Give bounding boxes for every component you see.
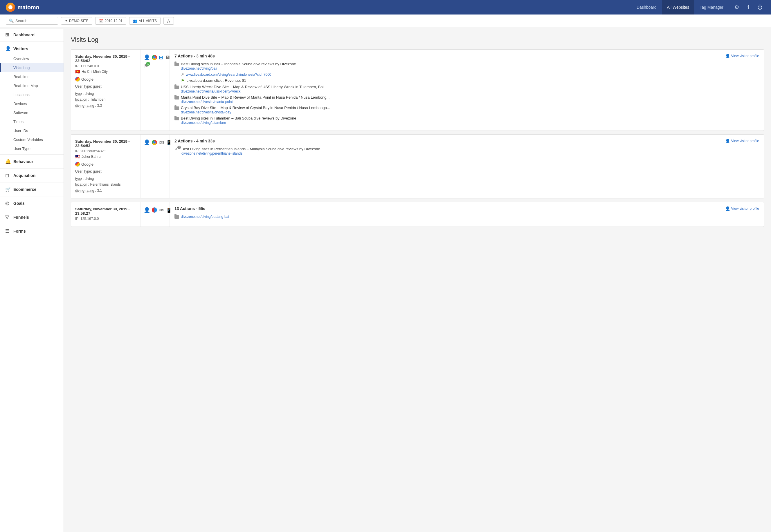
referrer-name: Google xyxy=(81,77,93,82)
settings-icon[interactable]: ⚙ xyxy=(732,2,742,12)
sidebar-section-ecommerce[interactable]: 🛒 Ecommerce xyxy=(0,184,64,195)
custom-var-rating[interactable]: diving-rating xyxy=(75,189,94,193)
sidebar-item-custom-vars[interactable]: Custom Variables xyxy=(0,135,64,144)
action-title: Crystal Bay Dive Site – Map & Review of … xyxy=(181,106,759,110)
chrome-icon xyxy=(152,55,157,60)
sidebar-item-locations[interactable]: Locations xyxy=(0,90,64,99)
action-url[interactable]: divezone.net/diving/perenthians-islands xyxy=(181,151,242,155)
site-selector[interactable]: ▼ DEMO-SITE xyxy=(61,17,92,25)
sidebar-item-user-type[interactable]: User Type xyxy=(0,144,64,153)
custom-var-type[interactable]: type xyxy=(75,92,82,96)
action-text: Best Diving sites in Tulamben – Bali Scu… xyxy=(181,116,759,125)
sidebar-item-software[interactable]: Software xyxy=(0,108,64,117)
usertype-value: guest xyxy=(93,169,101,173)
funnels-icon: ▽ xyxy=(5,214,10,220)
date-selector[interactable]: 📅 2019-12-01 xyxy=(95,17,126,25)
action-url[interactable]: divezone.net/divesite/crystal-bay xyxy=(181,110,231,114)
visit-ip: IP: 171.248.0.0 xyxy=(75,64,136,68)
visit-actions: 2 Actions - 4 min 33s 👤 View visitor pro… xyxy=(170,135,764,198)
ios-label: iOS xyxy=(159,208,164,212)
site-label: DEMO-SITE xyxy=(69,19,88,23)
action-url[interactable]: divezone.net/divesite/uss-liberty-wreck xyxy=(181,89,240,93)
view-profile-label: View visitor profile xyxy=(731,54,759,58)
custom-var-location[interactable]: location xyxy=(75,97,87,102)
visits-filter[interactable]: 👥 ALL VISITS xyxy=(129,17,160,25)
action-item: Manta Point Dive Site – Map & Review of … xyxy=(174,95,759,104)
action-text: Best Diving sites in Perhentian Islands … xyxy=(181,147,759,155)
action-text: USS Liberty Wreck Dive Site – Map & Revi… xyxy=(181,85,759,93)
topnav-icons: ⚙ ℹ ⏻ xyxy=(732,2,765,12)
sidebar-section-dashboard[interactable]: ⊞ Dashboard xyxy=(0,29,64,40)
referrer-name: Google xyxy=(81,162,93,167)
sidebar-item-overview[interactable]: Overview xyxy=(0,54,64,63)
sidebar-section-visitors[interactable]: 👤 Visitors xyxy=(0,43,64,54)
main-content: Visits Log Saturday, November 30, 2019 -… xyxy=(64,29,771,237)
action-url[interactable]: divezone.net/divesite/manta-point xyxy=(181,100,233,104)
reload-badge: 2 xyxy=(177,146,181,149)
behaviour-label: Behaviour xyxy=(13,159,33,164)
logout-icon[interactable]: ⏻ xyxy=(755,2,765,12)
sidebar-section-funnels[interactable]: ▽ Funnels xyxy=(0,211,64,223)
nav-dashboard[interactable]: Dashboard xyxy=(631,0,662,15)
sidebar-item-visits-log[interactable]: Visits Log xyxy=(0,63,64,72)
action-url[interactable]: www.liveaboard.com/diving/search/indones… xyxy=(186,73,271,77)
folder-icon xyxy=(174,86,179,89)
visit-referrer: Google xyxy=(75,77,136,82)
profile-icon: 👤 xyxy=(725,54,730,58)
view-visitor-profile-link[interactable]: 👤 View visitor profile xyxy=(725,206,759,211)
browser-os-row: 👤 ⊞ 🖥 xyxy=(144,54,170,61)
folder-icon xyxy=(174,63,179,66)
action-url[interactable]: divezone.net/diving/padang-bai xyxy=(181,215,229,219)
visit-icons: 👤 iOS 📱 xyxy=(141,135,170,198)
goal-title: Liveaboard.com click xyxy=(186,78,221,83)
sidebar-section-acquisition[interactable]: ◻ Acquisition xyxy=(0,170,64,181)
view-visitor-profile-link[interactable]: 👤 View visitor profile xyxy=(725,139,759,143)
browser-os-row: 👤 iOS 📱 xyxy=(144,139,172,146)
sidebar-item-realtime-map[interactable]: Real-time Map xyxy=(0,81,64,90)
sidebar-item-realtime[interactable]: Real-time xyxy=(0,72,64,81)
action-item-goal: ⚑ Liveaboard.com click , Revenue: $1 xyxy=(181,78,759,83)
visit-card: Saturday, November 30, 2019 - 23:56:02 I… xyxy=(71,49,764,131)
date-label: 2019-12-01 xyxy=(105,19,122,23)
actions-summary: 7 Actions - 3 min 48s xyxy=(174,54,215,58)
action-url[interactable]: divezone.net/diving/tulamben xyxy=(181,121,226,125)
nav-all-websites[interactable]: All Websites xyxy=(662,0,695,15)
sidebar-section-goals[interactable]: ◎ Goals xyxy=(0,198,64,209)
actions-header: 2 Actions - 4 min 33s 👤 View visitor pro… xyxy=(174,139,759,143)
logo[interactable]: matomo xyxy=(6,3,39,12)
visit-location: 🇻🇳 Ho Chi Minh City xyxy=(75,69,136,74)
view-visitor-profile-link[interactable]: 👤 View visitor profile xyxy=(725,54,759,58)
action-text: Best Diving sites in Bali – Indonesia Sc… xyxy=(181,62,759,70)
layout: ⊞ Dashboard 👤 Visitors Overview Visits L… xyxy=(0,29,771,237)
action-item: ↗ www.liveaboard.com/diving/search/indon… xyxy=(181,72,759,77)
acquisition-label: Acquisition xyxy=(13,173,35,178)
campaign-flag: ⚑ 1 xyxy=(144,63,148,69)
info-icon[interactable]: ℹ xyxy=(743,2,754,12)
goals-label: Goals xyxy=(13,201,25,206)
visitor-icon: 👤 xyxy=(144,139,150,146)
ecommerce-label: Ecommerce xyxy=(13,187,36,192)
sidebar-item-devices[interactable]: Devices xyxy=(0,99,64,108)
sidebar-section-behaviour[interactable]: 🔔 Behaviour xyxy=(0,156,64,167)
collapse-btn[interactable]: ⋀ xyxy=(163,17,174,25)
toolbar: 🔍 ▼ DEMO-SITE 📅 2019-12-01 👥 ALL VISITS … xyxy=(0,15,771,27)
nav-tag-manager[interactable]: Tag Manager xyxy=(694,0,729,15)
sidebar-item-userids[interactable]: User IDs xyxy=(0,126,64,135)
visits-label: ALL VISITS xyxy=(139,19,157,23)
goals-icon: ◎ xyxy=(5,200,10,206)
sidebar-section-forms[interactable]: ☰ Forms xyxy=(0,225,64,237)
campaign-badge: 1 xyxy=(146,62,150,66)
custom-var-type[interactable]: type xyxy=(75,177,82,181)
visit-ip: IP: 2001:e68:5432:: xyxy=(75,149,136,153)
sidebar-item-times[interactable]: Times xyxy=(0,117,64,126)
visit-ip: IP: 125.167.0.0 xyxy=(75,217,136,221)
safari-icon xyxy=(152,207,157,213)
search-input[interactable] xyxy=(15,19,55,23)
custom-var-location[interactable]: location xyxy=(75,182,87,187)
search-box[interactable]: 🔍 xyxy=(6,17,58,25)
custom-var-rating[interactable]: diving-rating xyxy=(75,104,94,108)
action-url[interactable]: divezone.net/diving/bali xyxy=(181,66,217,70)
action-item: USS Liberty Wreck Dive Site – Map & Revi… xyxy=(174,85,759,93)
profile-icon: 👤 xyxy=(725,139,730,143)
visit-datetime: Saturday, November 30, 2019 - 23:56:02 xyxy=(75,54,136,63)
